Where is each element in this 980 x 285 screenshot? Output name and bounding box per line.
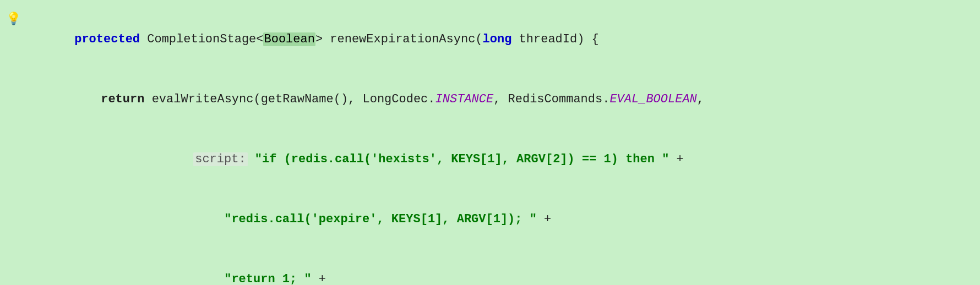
eval-boolean-ref: EVAL_BOOLEAN [609,92,696,106]
code-line-5: "return 1; " + [0,250,980,285]
code-line-4: "redis.call('pexpire', KEYS[1], ARGV[1])… [0,190,980,250]
type-completion-stage: CompletionStage< [140,32,263,46]
string-pexpire: "redis.call('pexpire', KEYS[1], ARGV[1])… [224,212,537,226]
method-sig: renewExpirationAsync( [323,32,482,46]
gutter-1: 💡 [0,10,26,30]
bracket-close: > [315,32,323,46]
code-line-1: 💡 protected CompletionStage<Boolean> ren… [0,10,980,70]
line2-content: return evalWriteAsync(getRawName(), Long… [26,70,980,130]
keyword-return: return [101,92,144,106]
type-boolean-highlighted: Boolean [263,32,315,46]
space1 [248,152,255,166]
string-return-1: "return 1; " [224,272,311,285]
line1-content: protected CompletionStage<Boolean> renew… [26,10,980,70]
bulb-icon: 💡 [6,10,21,30]
instance-ref: INSTANCE [435,92,494,106]
line3-content: script: "if (redis.call('hexists', KEYS[… [26,130,980,190]
code-container: 💡 protected CompletionStage<Boolean> ren… [0,0,980,285]
code-line-2: return evalWriteAsync(getRawName(), Long… [0,70,980,130]
string-if-hexists: "if (redis.call('hexists', KEYS[1], ARGV… [255,152,669,166]
keyword-long: long [483,32,512,46]
eval-write-call: evalWriteAsync(getRawName(), LongCodec. [144,92,435,106]
code-line-3: script: "if (redis.call('hexists', KEYS[… [0,130,980,190]
param-thread-id: threadId) { [511,32,598,46]
script-label: script: [193,152,247,166]
concat3: + [312,272,326,285]
concat2: + [537,212,551,226]
comma1: , RedisCommands. [493,92,609,106]
line5-content: "return 1; " + [26,250,980,285]
comma2: , [697,92,704,106]
line4-content: "redis.call('pexpire', KEYS[1], ARGV[1])… [26,190,980,250]
concat1: + [669,152,683,166]
keyword-protected: protected [74,32,140,46]
